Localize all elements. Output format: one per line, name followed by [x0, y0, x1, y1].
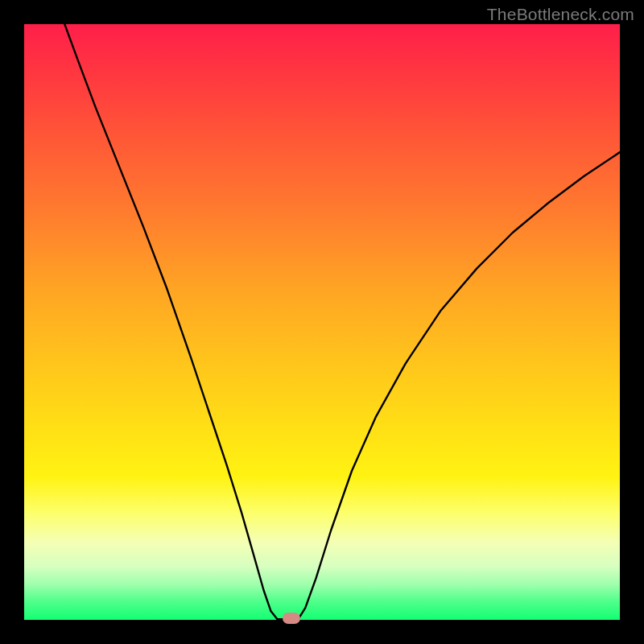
- watermark-text: TheBottleneck.com: [487, 5, 634, 24]
- bottleneck-curve: [64, 24, 620, 619]
- chart-frame: TheBottleneck.com: [0, 0, 644, 644]
- plot-area: [24, 24, 620, 620]
- optimum-marker: [283, 613, 300, 624]
- curve-svg: [24, 24, 620, 620]
